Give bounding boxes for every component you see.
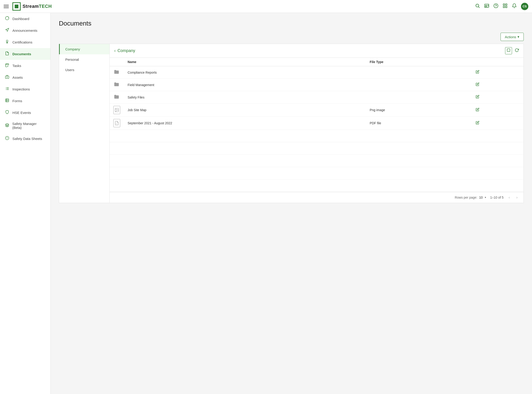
sidebar-label-documents: Documents [12,52,31,56]
row-edit-cell [472,104,523,117]
empty-cell [124,167,366,180]
pagination-next[interactable]: › [515,195,519,200]
documents-table: Name File Type Compliance Reports [110,58,523,192]
row-icon-cell [110,91,124,104]
refresh-icon[interactable] [515,48,519,53]
sidebar-label-inspections: Inspections [12,87,30,91]
sidebar-label-assets: Assets [12,76,23,79]
documents-icon [5,51,10,57]
sidebar-item-safety-manager[interactable]: Safety Manager (Beta) [0,119,50,133]
row-name: Field Management [124,79,366,91]
sidebar-label-tasks: Tasks [12,64,21,68]
sidebar-item-assets[interactable]: Assets [0,72,50,83]
empty-cell [366,180,472,192]
empty-cell [366,130,472,142]
tasks-icon [5,63,10,68]
empty-cell [472,180,523,192]
sidebar-label-hse-events: HSE Events [12,111,31,115]
sidebar-item-tasks[interactable]: Tasks [0,60,50,72]
assets-icon [5,75,10,80]
sidebar-label-safety-manager: Safety Manager (Beta) [12,122,46,130]
chevron-down-icon: ▾ [517,35,519,39]
help-icon[interactable] [493,3,498,10]
folder-icon [114,82,120,87]
row-edit-cell [472,66,523,79]
menu-icon[interactable] [4,5,9,8]
grid-icon[interactable] [502,3,508,10]
rows-per-page-label: Rows per page: [455,196,477,199]
sidebar-item-inspections[interactable]: Inspections [0,83,50,95]
table-row [110,180,523,192]
pagination-prev[interactable]: ‹ [507,195,511,200]
empty-cell [472,142,523,155]
sidebar-item-safety-data-sheets[interactable]: Safety Data Sheets [0,133,50,145]
sidebar-item-hse-events[interactable]: HSE Events [0,107,50,119]
row-name: Safety Files [124,91,366,104]
table-row: Job Site Map Png image [110,104,523,117]
app-logo: StreamTECH [12,2,52,10]
col-name: Name [124,58,366,66]
svg-line-1 [478,7,479,8]
edit-icon[interactable] [476,95,479,99]
search-icon[interactable] [475,3,480,10]
edit-icon[interactable] [476,108,479,112]
edit-icon[interactable] [476,82,479,87]
col-filetype: File Type [366,58,472,66]
announcements-icon [5,28,10,33]
sidebar-item-dashboard[interactable]: Dashboard [0,13,50,25]
docs-footer: Rows per page: 10 25 50 1–10 of 5 ‹ › [110,192,523,203]
svg-rect-23 [5,99,9,102]
row-edit-cell [472,91,523,104]
table-row: Safety Files [110,91,523,104]
table-row [110,130,523,142]
subnav-users[interactable]: Users [59,65,109,75]
empty-cell [472,130,523,142]
svg-rect-10 [503,6,505,8]
contact-card-icon[interactable] [484,3,489,10]
svg-point-32 [116,109,117,110]
subnav-personal[interactable]: Personal [59,54,109,65]
row-edit-cell [472,117,523,130]
edit-icon[interactable] [476,70,479,75]
row-edit-cell [472,79,523,91]
subnav-company[interactable]: Company [59,44,109,54]
sidebar-item-certifications[interactable]: Certifications [0,36,50,48]
rows-per-page-select[interactable]: 10 25 50 [479,196,486,199]
row-filetype [366,66,472,79]
app-name: StreamTECH [23,4,52,9]
safety-data-sheets-icon [5,136,10,141]
sidebar-item-announcements[interactable]: Announcements [0,25,50,36]
actions-button[interactable]: Actions ▾ [501,33,524,41]
empty-cell [366,155,472,167]
bell-icon[interactable] [512,3,517,10]
table-row [110,142,523,155]
pdf-file-icon: PDF [113,119,120,127]
empty-cell [124,180,366,192]
select-all-icon[interactable] [505,47,512,54]
docs-panel-title: Company [117,48,135,53]
row-icon-cell [110,79,124,91]
row-filetype [366,79,472,91]
certifications-icon [5,40,10,45]
edit-icon[interactable] [476,121,479,125]
empty-cell [366,167,472,180]
sidebar-item-forms[interactable]: Forms [0,95,50,107]
row-name: September 2021 - August 2022 [124,117,366,130]
page-title: Documents [59,20,524,27]
svg-text:PDF: PDF [116,123,118,124]
row-filetype: Png image [366,104,472,117]
docs-main-panel: ‹ Company [109,44,524,203]
sidebar-label-forms: Forms [12,99,22,103]
back-icon[interactable]: ‹ [114,48,116,53]
svg-rect-11 [506,6,507,8]
col-actions [472,58,523,66]
folder-icon [114,69,120,75]
user-avatar[interactable]: CS [521,3,528,10]
svg-rect-30 [507,49,510,52]
table-row [110,155,523,167]
sidebar-item-documents[interactable]: Documents [0,48,50,60]
sidebar-label-certifications: Certifications [12,40,32,44]
row-name: Job Site Map [124,104,366,117]
content-area: Documents Actions ▾ Company Personal Use… [51,13,532,394]
row-icon-cell [110,104,124,117]
